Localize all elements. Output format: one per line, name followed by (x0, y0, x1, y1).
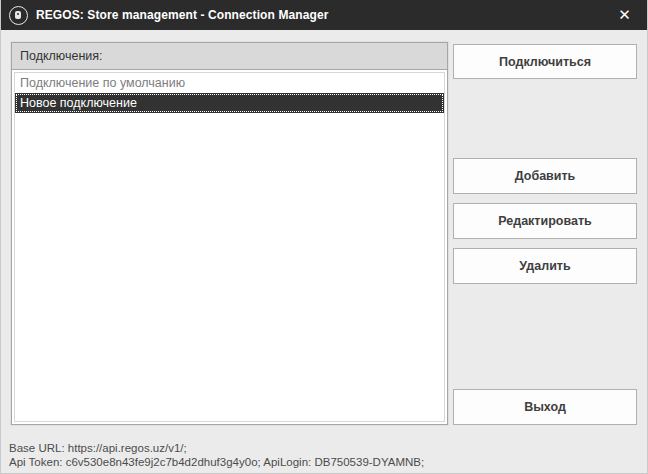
delete-button[interactable]: Удалить (453, 248, 637, 284)
connections-listbox[interactable]: Подключение по умолчанию Новое подключен… (14, 72, 445, 422)
exit-button[interactable]: Выход (453, 389, 637, 425)
edit-button[interactable]: Редактировать (453, 203, 637, 239)
connections-panel: Подключения: Подключение по умолчанию Но… (11, 42, 448, 425)
add-button[interactable]: Добавить (453, 158, 637, 194)
title-bar: REGOS: Store management - Connection Man… (1, 0, 647, 30)
connection-manager-window: REGOS: Store management - Connection Man… (0, 0, 648, 474)
connections-header-label: Подключения: (12, 43, 447, 70)
status-area: Base URL: https://api.regos.uz/v1/; Api … (9, 441, 639, 469)
regos-lock-icon (9, 6, 28, 25)
close-icon[interactable]: ✕ (602, 0, 647, 30)
list-item-new-connection[interactable]: Новое подключение (15, 93, 444, 113)
status-base-url: Base URL: https://api.regos.uz/v1/; (9, 441, 639, 455)
status-api-token: Api Token: c6v530e8n43fe9j2c7b4d2dhuf3g4… (9, 455, 639, 469)
window-title: REGOS: Store management - Connection Man… (36, 8, 328, 22)
connect-button[interactable]: Подключиться (453, 44, 637, 79)
list-item-default-connection[interactable]: Подключение по умолчанию (15, 73, 444, 93)
